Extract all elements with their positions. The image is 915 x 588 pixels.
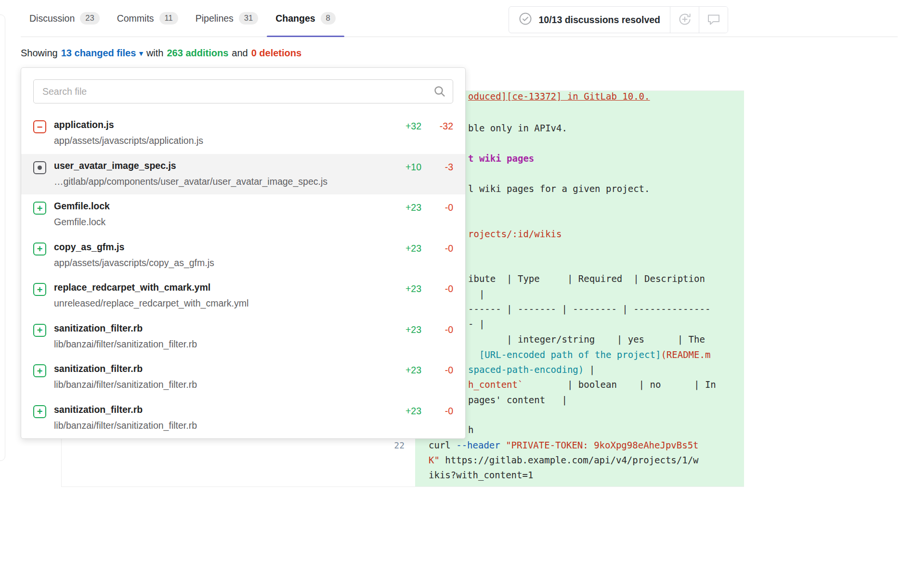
diff-line: |: [468, 287, 484, 302]
file-path: Gemfile.lock: [54, 217, 391, 228]
file-name: replace_redcarpet_with_cmark.yml: [54, 282, 391, 293]
file-change-counts: +23-0: [398, 324, 453, 335]
tab-count-badge: 11: [159, 12, 178, 25]
file-change-counts: +23-0: [398, 243, 453, 254]
file-path: app/assets/javascripts/copy_as_gfm.js: [54, 257, 391, 268]
file-search: [33, 79, 453, 103]
file-row[interactable]: −application.jsapp/assets/javascripts/ap…: [21, 113, 465, 154]
tab-label: Commits: [117, 13, 154, 24]
file-change-counts: +23-0: [398, 365, 453, 376]
file-name: application.js: [54, 119, 391, 130]
file-meta: application.jsapp/assets/javascripts/app…: [54, 119, 391, 146]
diff-line: K" https://gitlab.example.com/api/v4/pro…: [429, 453, 699, 468]
diff-line: pages' content |: [468, 393, 567, 408]
changed-files-dropdown-toggle[interactable]: 13 changed files ▾: [61, 48, 143, 59]
file-path: lib/banzai/filter/sanitization_filter.rb: [54, 379, 391, 390]
deletions-badge: -0: [432, 365, 453, 376]
tab-commits[interactable]: Commits11: [108, 0, 187, 37]
diff-line: h_content` | boolean | no | In: [468, 377, 716, 393]
check-circle-icon: [519, 12, 532, 28]
diff-line: - |: [468, 317, 484, 332]
diff-line: ------ | ------- | -------- | ----------…: [468, 302, 710, 317]
file-meta: sanitization_filter.rblib/banzai/filter/…: [54, 323, 391, 350]
file-change-counts: +23-0: [398, 406, 453, 417]
tab-count-badge: 8: [321, 12, 336, 25]
file-change-counts: +10-3: [398, 162, 453, 173]
deletions-badge: -0: [432, 406, 453, 417]
file-row[interactable]: +sanitization_filter.rblib/banzai/filter…: [21, 398, 465, 439]
file-status-plus-icon: +: [33, 243, 46, 256]
file-meta: replace_redcarpet_with_cmark.ymlunreleas…: [54, 282, 391, 309]
search-icon: [433, 85, 446, 100]
issue-resolve-icon: [678, 12, 692, 28]
file-meta: sanitization_filter.rblib/banzai/filter/…: [54, 404, 391, 431]
jump-to-next-discussion-button[interactable]: [699, 7, 728, 33]
file-status-plus-icon: +: [33, 283, 46, 296]
additions-badge: +23: [398, 283, 421, 294]
diff-line: ibute | Type | Required | Description: [468, 271, 705, 287]
deletions-badge: -0: [432, 243, 453, 254]
deletions-badge: -0: [432, 202, 453, 213]
resolve-all-in-new-issue-button[interactable]: [670, 7, 699, 33]
search-input[interactable]: [33, 79, 453, 103]
diff-line-number[interactable]: 22: [388, 440, 405, 450]
diff-line: rojects/:id/wikis: [468, 227, 562, 242]
file-status-plus-icon: +: [33, 202, 46, 215]
additions-badge: +32: [398, 121, 421, 132]
deletions-badge: -32: [432, 121, 453, 132]
with-label: with: [146, 48, 164, 59]
additions-badge: +23: [398, 243, 421, 254]
file-path: lib/banzai/filter/sanitization_filter.rb: [54, 339, 391, 350]
and-label: and: [232, 48, 248, 59]
deletions-badge: -3: [432, 162, 453, 173]
tab-count-badge: 31: [239, 12, 258, 25]
diff-line: ikis?with_content=1: [429, 468, 533, 483]
file-meta: Gemfile.lockGemfile.lock: [54, 201, 391, 228]
file-path: app/assets/javascripts/application.js: [54, 135, 391, 146]
additions-badge: +23: [398, 406, 421, 417]
file-row[interactable]: user_avatar_image_spec.js…gitlab/app/com…: [21, 154, 465, 195]
file-path: lib/banzai/filter/sanitization_filter.rb: [54, 420, 391, 431]
tab-changes[interactable]: Changes8: [267, 0, 344, 37]
file-row[interactable]: +copy_as_gfm.jsapp/assets/javascripts/co…: [21, 235, 465, 276]
discussions-resolved-label: 10/13 discussions resolved: [538, 14, 660, 26]
file-row[interactable]: +replace_redcarpet_with_cmark.ymlunrelea…: [21, 276, 465, 317]
additions-badge: +23: [398, 202, 421, 213]
file-status-minus-icon: −: [33, 120, 46, 133]
deletions-badge: -0: [432, 283, 453, 294]
additions-badge: +10: [398, 162, 421, 173]
discussions-resolved-status: 10/13 discussions resolved: [509, 7, 670, 33]
file-list: −application.jsapp/assets/javascripts/ap…: [21, 113, 465, 438]
diff-line: | integer/string | yes | The: [468, 332, 705, 347]
deletions-badge: -0: [432, 324, 453, 335]
diff-line: ble only in APIv4.: [468, 121, 567, 136]
file-row[interactable]: +sanitization_filter.rblib/banzai/filter…: [21, 357, 465, 398]
file-name: copy_as_gfm.js: [54, 242, 391, 253]
file-status-plus-icon: +: [33, 364, 46, 377]
diff-line: oduced][ce-13372] in GitLab 10.0.: [468, 91, 650, 104]
changed-files-count: 13 changed files: [61, 48, 136, 59]
tab-list: Discussion23Commits11Pipelines31Changes8: [21, 0, 898, 37]
tab-pipelines[interactable]: Pipelines31: [187, 0, 267, 37]
comment-bubble-icon: [706, 12, 721, 28]
additions-count: 263 additions: [167, 48, 228, 59]
file-status-plus-icon: +: [33, 324, 46, 337]
additions-badge: +23: [398, 365, 421, 376]
file-row[interactable]: +sanitization_filter.rblib/banzai/filter…: [21, 317, 465, 358]
file-status-plus-icon: +: [33, 405, 46, 418]
file-name: Gemfile.lock: [54, 201, 391, 212]
chevron-down-icon: ▾: [139, 50, 143, 57]
diff-line: curl --header "PRIVATE-TOKEN: 9koXpg98eA…: [429, 438, 699, 453]
changes-summary: Showing 13 changed files ▾ with 263 addi…: [21, 48, 301, 59]
file-status-dot-icon: [33, 161, 46, 174]
file-meta: user_avatar_image_spec.js…gitlab/app/com…: [54, 160, 391, 187]
showing-label: Showing: [21, 48, 58, 59]
file-path: unreleased/replace_redcarpet_with_cmark.…: [54, 298, 391, 309]
tab-discussion[interactable]: Discussion23: [21, 0, 108, 37]
discussions-toolbar: 10/13 discussions resolved: [509, 6, 728, 33]
merge-request-tabbar: Discussion23Commits11Pipelines31Changes8…: [21, 0, 898, 37]
file-path: …gitlab/app/components/user_avatar/user_…: [54, 176, 391, 187]
file-meta: copy_as_gfm.jsapp/assets/javascripts/cop…: [54, 242, 391, 268]
file-name: sanitization_filter.rb: [54, 323, 391, 334]
file-row[interactable]: +Gemfile.lockGemfile.lock+23-0: [21, 194, 465, 235]
